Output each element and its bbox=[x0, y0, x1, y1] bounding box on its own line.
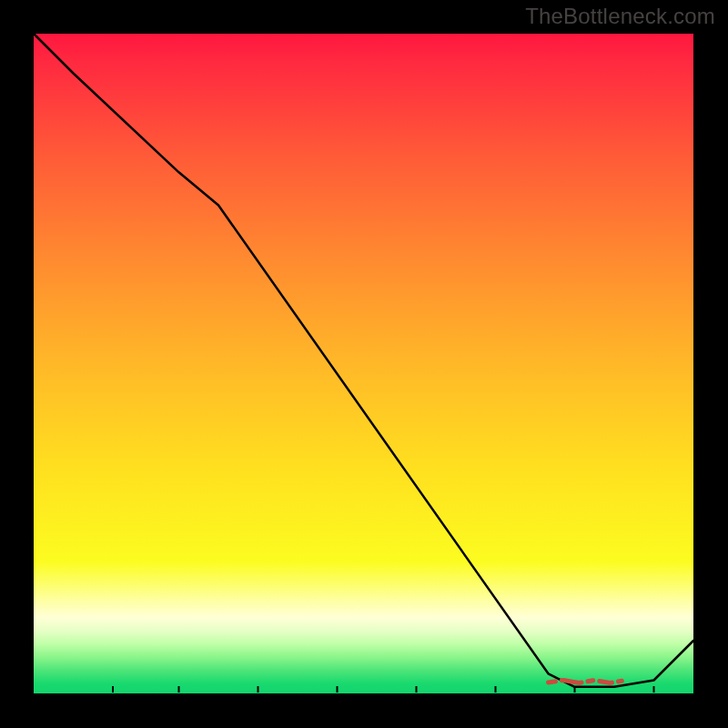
chart-svg-layer bbox=[34, 34, 693, 693]
bottleneck-curve bbox=[34, 34, 693, 687]
chart-plot-area bbox=[34, 34, 693, 693]
page-root: TheBottleneck.com bbox=[0, 0, 728, 728]
optimal-range-marker bbox=[549, 681, 642, 683]
attribution-text: TheBottleneck.com bbox=[525, 4, 715, 29]
